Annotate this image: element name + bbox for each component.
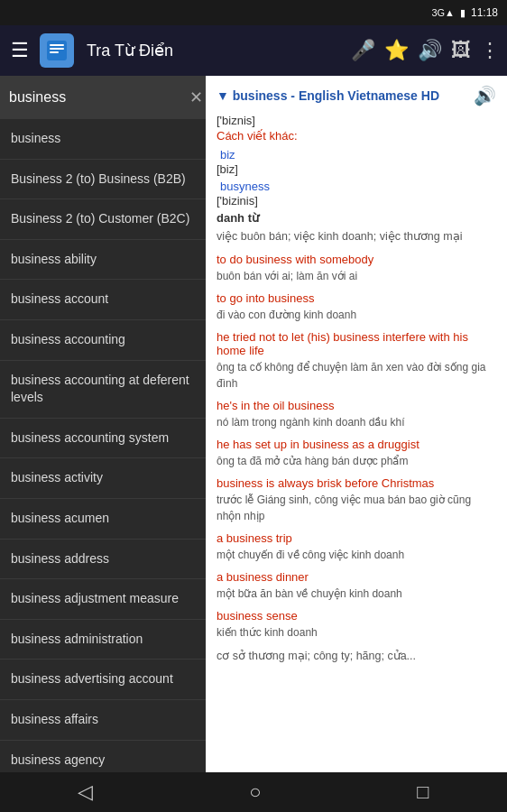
list-item[interactable]: Business 2 (to) Business (B2B) (0, 160, 206, 200)
time-display: 11:18 (471, 6, 498, 19)
examples-list: to do business with somebodybuôn bán với… (217, 253, 496, 641)
nav-actions: 🎤 ⭐ 🔊 🖼 ⋮ (351, 39, 500, 62)
example-vn: một chuyến đi về công việc kinh doanh (217, 547, 496, 563)
alt-label-text: Cách viết khác: (217, 129, 298, 143)
example-en: business sense (217, 609, 496, 623)
mic-icon[interactable]: 🎤 (351, 39, 375, 62)
svg-rect-2 (50, 48, 64, 50)
list-item[interactable]: business acumen (0, 499, 206, 540)
alt-word2: busyness (220, 180, 270, 193)
detail-header: ▼ business - English Vietnamese HD 🔊 (217, 85, 496, 106)
pos-label: danh từ (217, 211, 496, 225)
phonetic1: ['biznis] (217, 114, 496, 127)
back-button[interactable]: ◁ (60, 775, 111, 809)
list-item[interactable]: business administration (0, 620, 206, 660)
list-item[interactable]: business account (0, 280, 206, 320)
list-item[interactable]: business adjustment measure (0, 579, 206, 620)
status-bar: 3G▲ ▮ 11:18 (0, 0, 507, 25)
detail-title: ▼ business - English Vietnamese HD (217, 88, 439, 103)
title-text: business - English Vietnamese HD (233, 88, 439, 103)
app-title: Tra Từ Điển (87, 41, 344, 60)
search-bar: ✕ (0, 76, 206, 119)
example-vn: buôn bán với ai; làm ăn với ai (217, 268, 496, 284)
list-item[interactable]: business advertising account (0, 660, 206, 700)
example-en: he tried not to let (his) business inter… (217, 330, 496, 357)
alt-word1: biz (220, 148, 235, 161)
example-en: a business trip (217, 531, 496, 545)
example-en: to go into business (217, 291, 496, 305)
example-vn: ông ta đã mở cửa hàng bán dược phẩm (217, 453, 496, 469)
definition: việc buôn bán; việc kinh doanh; việc thư… (217, 228, 496, 245)
svg-rect-3 (50, 51, 59, 53)
app-logo (40, 33, 74, 68)
list-item[interactable]: business accounting at deferent levels (0, 361, 206, 419)
menu-icon[interactable]: ☰ (7, 35, 32, 66)
search-clear-button[interactable]: ✕ (189, 88, 203, 107)
nav-bar: ☰ Tra Từ Điển 🎤 ⭐ 🔊 🖼 ⋮ (0, 25, 507, 76)
alt-label: Cách viết khác: (217, 129, 496, 143)
battery-icon: ▮ (460, 7, 466, 19)
detail-panel: ▼ business - English Vietnamese HD 🔊 ['b… (206, 76, 507, 772)
bottom-nav: ◁ ○ □ (0, 772, 507, 812)
recent-button[interactable]: □ (399, 775, 447, 809)
home-button[interactable]: ○ (231, 775, 279, 809)
example-en: to do business with somebody (217, 253, 496, 266)
list-item[interactable]: business (0, 119, 206, 160)
alt-word1-line: biz (217, 146, 496, 162)
example-vn: kiến thức kinh doanh (217, 624, 496, 641)
title-arrow: ▼ (217, 88, 229, 103)
phonetic3: ['bizinis] (217, 194, 496, 208)
list-item[interactable]: business accounting (0, 320, 206, 361)
sidebar: ✕ businessBusiness 2 (to) Business (B2B)… (0, 76, 206, 772)
list-item[interactable]: business agency (0, 741, 206, 773)
example-en: a business dinner (217, 570, 496, 584)
example-vn: trước lễ Giáng sinh, công việc mua bán b… (217, 492, 496, 524)
sidebar-list: businessBusiness 2 (to) Business (B2B)Bu… (0, 119, 206, 772)
list-item[interactable]: Business 2 (to) Customer (B2C) (0, 199, 206, 240)
detail-speaker-icon[interactable]: 🔊 (474, 85, 496, 106)
svg-rect-1 (50, 44, 64, 46)
list-item[interactable]: business address (0, 540, 206, 580)
image-icon[interactable]: 🖼 (451, 39, 471, 62)
example-en: business is always brisk before Christma… (217, 476, 496, 490)
speaker-nav-icon[interactable]: 🔊 (418, 39, 442, 62)
example-en: he's in the oil business (217, 399, 496, 412)
alt-word2-line: busyness (217, 178, 496, 194)
example-vn: nó làm trong ngành kinh doanh dầu khí (217, 414, 496, 430)
example-vn: ông ta cố không để chuyện làm ăn xen vào… (217, 359, 496, 392)
list-item[interactable]: business ability (0, 240, 206, 281)
list-item[interactable]: business activity (0, 458, 206, 499)
phonetic2: [biz] (217, 162, 496, 176)
main-content: ✕ businessBusiness 2 (to) Business (B2B)… (0, 76, 507, 772)
list-item[interactable]: business affairs (0, 700, 206, 741)
star-icon[interactable]: ⭐ (384, 39, 409, 62)
list-item[interactable]: business accounting system (0, 419, 206, 459)
search-input[interactable] (9, 89, 189, 106)
example-vn: một bữa ăn bàn về chuyện kinh doanh (217, 586, 496, 602)
more-icon[interactable]: ⋮ (480, 39, 500, 62)
more-text: cơ sở thương mại; công ty; hãng; cửa... (217, 648, 496, 665)
svg-rect-0 (47, 41, 67, 60)
signal-icon: 3G▲ (431, 7, 455, 18)
example-en: he has set up in business as a druggist (217, 438, 496, 451)
example-vn: đi vào con đường kinh doanh (217, 307, 496, 323)
